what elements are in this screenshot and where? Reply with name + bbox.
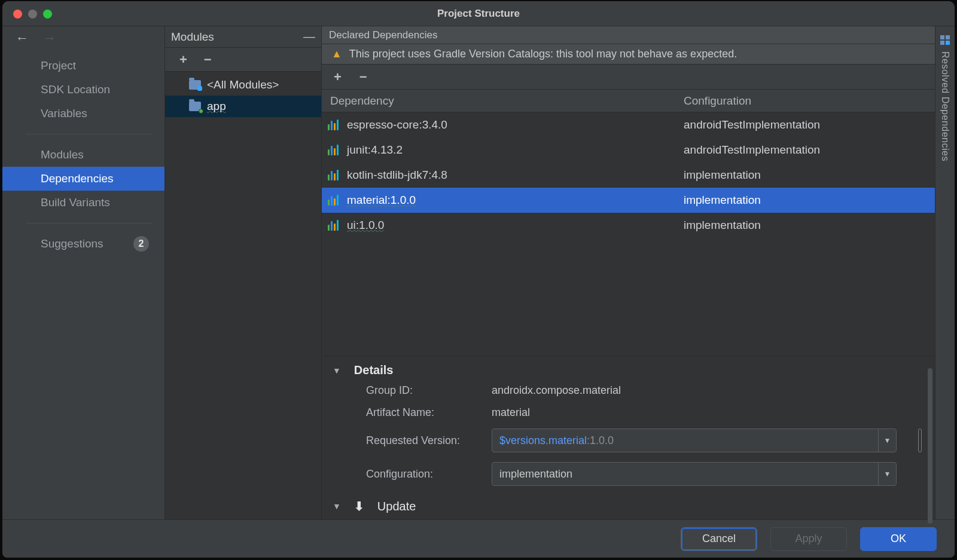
close-icon[interactable] [13,10,22,19]
configuration-dropdown[interactable]: implementation ▼ [492,462,897,486]
sidebar: ← → Project SDK Location Variables Modul… [2,26,165,519]
modules-panel: Modules — + − <All Modules> app [165,26,322,519]
forward-icon[interactable]: → [43,30,56,46]
resolved-deps-icon [940,35,950,45]
gutter-indicator [918,429,922,452]
update-heading: Update [377,500,416,513]
scrollbar[interactable] [928,368,932,524]
modules-tree: <All Modules> app [165,72,321,117]
folder-icon [189,102,201,111]
dep-config: androidTestImplementation [684,143,935,157]
requested-version-dropdown[interactable]: $versions.material : 1.0.0 ▼ [492,429,897,452]
titlebar: Project Structure [2,1,955,26]
dep-name: kotlin-stdlib-jdk7:4.8 [347,169,447,182]
dep-row[interactable]: espresso-core:3.4.0 androidTestImplement… [322,112,935,137]
requested-version-label: Requested Version: [366,434,492,447]
nav-history: ← → [2,26,164,50]
version-variable: $versions.material [499,434,587,447]
details-chevron-icon[interactable]: ▼ [333,366,341,375]
apply-button[interactable]: Apply [770,527,847,551]
library-icon [328,195,339,206]
configuration-label: Configuration: [366,468,492,481]
chevron-down-icon: ▼ [878,463,896,485]
sidebar-item-project[interactable]: Project [2,54,164,78]
dep-name: ui:1.0.0 [347,219,384,232]
download-icon: ⬇ [354,499,364,513]
artifact-name-value: material [492,406,897,419]
col-dependency: Dependency [330,94,684,108]
chevron-down-icon: ▼ [878,429,896,452]
deps-table: espresso-core:3.4.0 androidTestImplement… [322,112,935,238]
remove-dependency-button[interactable]: − [359,69,367,85]
module-label: app [207,100,226,113]
module-all[interactable]: <All Modules> [165,74,321,96]
maximize-icon[interactable] [43,10,52,19]
collapse-icon[interactable]: — [303,30,315,44]
divider [26,223,153,224]
sidebar-item-modules[interactable]: Modules [2,143,164,167]
warning-icon: ▲ [331,48,342,60]
dep-config: implementation [684,219,935,232]
dep-config: implementation [684,194,935,207]
sidebar-item-variables[interactable]: Variables [2,102,164,126]
version-value: 1.0.0 [590,434,614,447]
add-dependency-button[interactable]: + [334,69,342,85]
module-app[interactable]: app [165,96,321,117]
window-controls [13,10,52,19]
folder-icon [189,80,201,90]
library-icon [328,145,339,155]
deps-toolbar: + − [322,65,935,90]
details-heading: Details [354,363,394,377]
configuration-value: implementation [499,468,572,481]
declared-deps-title: Declared Dependencies [322,26,935,44]
divider [26,134,153,134]
ok-button[interactable]: OK [860,527,937,551]
remove-module-button[interactable]: − [204,52,212,68]
group-id-label: Group ID: [366,384,492,397]
dep-name: espresso-core:3.4.0 [347,118,447,131]
dialog-footer: Cancel Apply OK [2,519,955,558]
dep-name: material:1.0.0 [347,194,416,207]
sidebar-item-dependencies[interactable]: Dependencies [2,167,164,191]
library-icon [328,170,339,180]
back-icon[interactable]: ← [16,30,29,46]
library-icon [328,120,339,130]
dep-config: implementation [684,169,935,182]
dep-name: junit:4.13.2 [347,143,403,157]
dependencies-panel: Declared Dependencies ▲ This project use… [322,26,935,519]
modules-header: Modules — [165,26,321,48]
svg-rect-3 [946,41,950,45]
warning-text: This project uses Gradle Version Catalog… [349,48,737,60]
col-configuration: Configuration [684,94,935,108]
artifact-name-label: Artifact Name: [366,406,492,419]
update-chevron-icon[interactable]: ▼ [333,501,341,511]
project-structure-window: Project Structure ← → Project SDK Locati… [2,1,955,558]
resolved-deps-label: Resolved Dependencies [940,51,950,161]
dep-row[interactable]: material:1.0.0 implementation [322,188,935,213]
dep-row[interactable]: junit:4.13.2 androidTestImplementation [322,137,935,163]
cancel-button[interactable]: Cancel [681,527,757,551]
modules-header-label: Modules [171,30,214,44]
warning-bar: ▲ This project uses Gradle Version Catal… [322,44,935,65]
svg-rect-2 [940,41,944,45]
suggestions-badge: 2 [133,236,149,252]
sidebar-item-build-variants[interactable]: Build Variants [2,191,164,215]
dep-row[interactable]: ui:1.0.0 implementation [322,213,935,238]
module-label: <All Modules> [207,78,279,91]
library-icon [328,220,339,231]
modules-toolbar: + − [165,48,321,72]
resolved-deps-tab[interactable]: Resolved Dependencies [935,26,955,519]
group-id-value: androidx.compose.material [492,384,897,397]
sidebar-item-suggestions[interactable]: Suggestions 2 [2,232,164,256]
add-module-button[interactable]: + [179,52,187,68]
dep-row[interactable]: kotlin-stdlib-jdk7:4.8 implementation [322,163,935,188]
sidebar-item-sdk-location[interactable]: SDK Location [2,78,164,102]
dep-config: androidTestImplementation [684,118,935,131]
svg-rect-1 [946,35,950,39]
deps-table-header: Dependency Configuration [322,90,935,112]
window-title: Project Structure [2,8,955,20]
minimize-icon[interactable] [28,10,37,19]
svg-rect-0 [940,35,944,39]
details-panel: ▼ Details Group ID: androidx.compose.mat… [322,356,935,519]
